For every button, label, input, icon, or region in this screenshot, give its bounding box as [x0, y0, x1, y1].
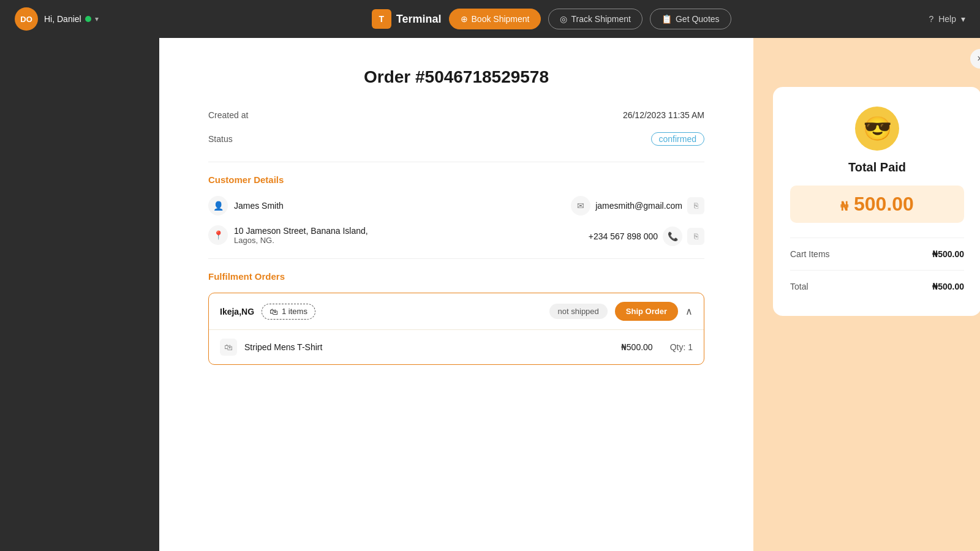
- customer-details-area: 👤 James Smith 📍 10 Jameson Street, Banan…: [208, 196, 704, 246]
- cart-items-label: Cart Items: [790, 249, 830, 259]
- phone-row: +234 567 898 000 📞 ⎘: [589, 227, 704, 246]
- location-icon: ◎: [560, 14, 567, 24]
- phone-icon: 📞: [663, 227, 682, 246]
- person-icon: 👤: [208, 196, 228, 216]
- copy-phone-button[interactable]: ⎘: [687, 228, 704, 245]
- created-value: 26/12/2023 11:35 AM: [623, 110, 704, 120]
- help-label: Help: [938, 14, 956, 24]
- ship-order-button[interactable]: Ship Order: [615, 302, 678, 321]
- item-name: Striped Mens T-Shirt: [244, 342, 614, 352]
- total-paid-label: Total Paid: [790, 160, 964, 174]
- naira-icon: ₦: [840, 200, 848, 213]
- modal-overlay: Order #5046718529578 Created at 26/12/20…: [159, 38, 980, 551]
- address-line1: 10 Jameson Street, Banana Island,: [234, 226, 368, 236]
- status-row: Status confirmed: [208, 129, 704, 149]
- bag-icon: 🛍: [270, 307, 278, 317]
- customer-address: 10 Jameson Street, Banana Island, Lagos,…: [234, 226, 368, 245]
- customer-left: 👤 James Smith 📍 10 Jameson Street, Banan…: [208, 196, 368, 245]
- logo: T Terminal: [372, 9, 442, 29]
- copy-email-button[interactable]: ⎘: [687, 197, 704, 214]
- total-label: Total: [790, 282, 809, 291]
- item-price: ₦500.00: [621, 342, 653, 352]
- customer-name: James Smith: [234, 201, 284, 211]
- logo-name: Terminal: [396, 13, 442, 26]
- address-line2: Lagos, NG.: [234, 236, 368, 245]
- total-value: ₦500.00: [932, 282, 964, 291]
- customer-section-title: Customer Details: [208, 174, 704, 185]
- nav-right: ? Help ▾: [929, 14, 965, 24]
- item-bag-icon: 🛍: [220, 339, 237, 356]
- total-amount-number: 500.00: [854, 193, 914, 215]
- email-row: ✉ jamesmith@gmail.com ⎘: [571, 196, 704, 216]
- user-chevron-icon[interactable]: ▾: [95, 15, 99, 23]
- created-row: Created at 26/12/2023 11:35 AM: [208, 107, 704, 124]
- online-dot: [85, 16, 91, 22]
- help-chevron-icon[interactable]: ▾: [961, 14, 965, 24]
- emoji-avatar: 😎: [855, 107, 899, 151]
- not-shipped-badge: not shipped: [549, 304, 608, 319]
- total-amount-value: ₦ 500.00: [840, 193, 914, 215]
- status-label: Status: [208, 134, 233, 144]
- items-badge: 🛍 1 items: [262, 304, 315, 320]
- customer-right: ✉ jamesmith@gmail.com ⎘ +234 567 898 000…: [571, 196, 704, 246]
- nav-left: DO Hi, Daniel ▾: [15, 7, 174, 31]
- plus-circle-icon: ⊕: [461, 14, 468, 24]
- cart-items-value: ₦500.00: [932, 249, 964, 259]
- user-info: Hi, Daniel ▾: [44, 14, 99, 24]
- total-card: 😎 Total Paid ₦ 500.00 Cart Items ₦500.00…: [773, 87, 980, 316]
- fulfillment-location: Ikeja,NG: [220, 307, 254, 317]
- divider-2: [208, 258, 704, 259]
- cart-items-row: Cart Items ₦500.00: [790, 244, 964, 264]
- fulfillment-header: Ikeja,NG 🛍 1 items not shipped Ship Orde…: [209, 293, 704, 329]
- get-quotes-button[interactable]: 📋 Get Quotes: [650, 9, 731, 29]
- track-shipment-button[interactable]: ◎ Track Shipment: [548, 9, 643, 29]
- email-icon: ✉: [571, 196, 590, 216]
- fulfillment-box: Ikeja,NG 🛍 1 items not shipped Ship Orde…: [208, 293, 704, 365]
- logo-icon: T: [372, 9, 391, 29]
- item-qty: Qty: 1: [670, 342, 693, 352]
- location-pin-icon: 📍: [208, 225, 228, 245]
- total-amount-box: ₦ 500.00: [790, 186, 964, 223]
- total-divider-1: [790, 238, 964, 238]
- fulfillment-section-title: Fulfilment Orders: [208, 271, 704, 282]
- user-avatar: DO: [15, 7, 38, 31]
- sidebar: [0, 38, 159, 551]
- customer-name-item: 👤 James Smith: [208, 196, 368, 216]
- created-label: Created at: [208, 110, 248, 120]
- customer-email: jamesmith@gmail.com: [595, 201, 682, 211]
- customer-address-item: 📍 10 Jameson Street, Banana Island, Lago…: [208, 225, 368, 245]
- document-icon: 📋: [662, 14, 672, 24]
- modal-left-panel: Order #5046718529578 Created at 26/12/20…: [159, 38, 753, 551]
- nav-center: T Terminal ⊕ Book Shipment ◎ Track Shipm…: [184, 9, 919, 29]
- collapse-icon[interactable]: ∧: [685, 305, 693, 317]
- topnav: DO Hi, Daniel ▾ T Terminal ⊕ Book Shipme…: [0, 0, 980, 38]
- book-shipment-button[interactable]: ⊕ Book Shipment: [449, 9, 541, 29]
- fulfillment-item: 🛍 Striped Mens T-Shirt ₦500.00 Qty: 1: [209, 329, 704, 364]
- help-icon: ?: [929, 14, 933, 24]
- user-greeting-text: Hi, Daniel: [44, 14, 81, 24]
- total-divider-2: [790, 270, 964, 271]
- close-button[interactable]: ×: [970, 49, 980, 69]
- status-badge: confirmed: [651, 132, 704, 146]
- modal-right-panel: × 😎 Total Paid ₦ 500.00 Cart Items ₦500.…: [753, 38, 980, 551]
- divider-1: [208, 162, 704, 162]
- order-title: Order #5046718529578: [208, 67, 704, 87]
- customer-phone: +234 567 898 000: [589, 231, 658, 241]
- main-area: Orders 🛒 20/12/2023 01:10:18 PM Daniel O…: [159, 38, 980, 551]
- total-row: Total ₦500.00: [790, 277, 964, 296]
